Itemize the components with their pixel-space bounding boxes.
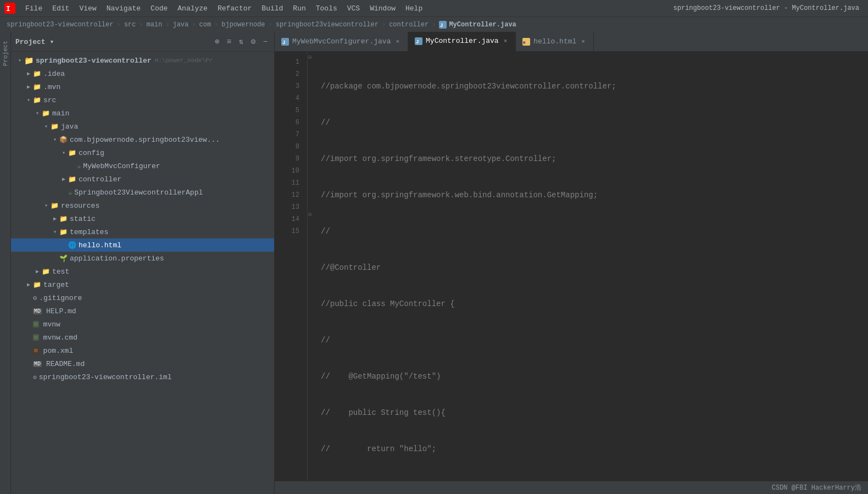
- breadcrumb-main[interactable]: main: [146, 21, 162, 29]
- tree-mvnw[interactable]: ▶ m mvnw: [11, 318, 274, 331]
- app-logo: I: [4, 3, 15, 14]
- collapse-all-icon[interactable]: ≡: [225, 37, 233, 46]
- menu-file[interactable]: File: [21, 2, 47, 15]
- svg-text:J: J: [282, 40, 285, 46]
- settings-icon[interactable]: ⚙: [249, 37, 258, 46]
- tree-idea[interactable]: ▶ 📁 .idea: [11, 67, 274, 80]
- menu-tools[interactable]: Tools: [311, 2, 342, 15]
- code-line-9: // @GetMapping("/test"): [321, 370, 859, 382]
- code-line-4: //import org.springframework.web.bind.an…: [321, 189, 859, 201]
- status-text: CSDN @FBI HackerHarry浩: [772, 483, 861, 492]
- tree-app-properties[interactable]: ▶ 🌱 application.properties: [11, 252, 274, 265]
- breadcrumb-filename: MyController.java: [449, 21, 516, 29]
- tree-readmemd[interactable]: ▶ MD README.md: [11, 357, 274, 370]
- locate-icon[interactable]: ⊕: [213, 37, 221, 46]
- line-numbers: 1 2 3 4 5 6 7 8 9 10 11 12 13 14 15: [275, 52, 308, 481]
- tree-templates[interactable]: ▾ 📁 templates: [11, 225, 274, 238]
- code-line-8: //: [321, 334, 859, 346]
- tree-src[interactable]: ▾ 📁 src: [11, 93, 274, 107]
- svg-text:J: J: [416, 40, 419, 45]
- code-line-2: //: [321, 116, 859, 129]
- code-editor[interactable]: 1 2 3 4 5 6 7 8 9 10 11 12 13 14 15 ⊖: [275, 52, 868, 481]
- tree-mvnwcmd[interactable]: ▶ m mvnw.cmd: [11, 331, 274, 344]
- panel-header: Project ▾ ⊕ ≡ ⇅ ⚙ −: [11, 32, 274, 52]
- code-line-5: //: [321, 225, 859, 237]
- code-content[interactable]: //package com.bjpowernode.springboot23vi…: [312, 52, 868, 481]
- hide-icon[interactable]: −: [261, 37, 270, 46]
- tree-target[interactable]: ▶ 📁 target: [11, 278, 274, 291]
- breadcrumb-file-item[interactable]: J MyController.java: [439, 21, 516, 29]
- tree-iml[interactable]: ▶ ⚙ springboot23-viewcontroller.iml: [11, 370, 274, 384]
- tree-java-folder[interactable]: ▾ 📁 java: [11, 120, 274, 133]
- tab-mycontroller[interactable]: J MyController.java ×: [408, 32, 516, 51]
- tree-mywebmvconfigurer[interactable]: ▶ ☕ MyWebMvcConfigurer: [11, 159, 274, 173]
- menu-code[interactable]: Code: [146, 2, 172, 15]
- tree-config[interactable]: ▾ 📁 config: [11, 146, 274, 159]
- status-bar: CSDN @FBI HackerHarry浩: [275, 481, 868, 494]
- gutter: ⊖ ⊖: [308, 52, 312, 481]
- panel-icons: ⊕ ≡ ⇅ ⚙ −: [213, 37, 270, 46]
- menu-refactor[interactable]: Refactor: [213, 2, 256, 15]
- tab-close-mywebmvconfigurer[interactable]: ×: [394, 38, 401, 46]
- tree-helpmd[interactable]: ▶ MD HELP.md: [11, 304, 274, 318]
- tree-mvn[interactable]: ▶ 📁 .mvn: [11, 80, 274, 93]
- breadcrumb-com[interactable]: com: [199, 21, 211, 29]
- breadcrumb-project[interactable]: springboot23-viewcontroller: [7, 21, 113, 29]
- breadcrumb-controller[interactable]: controller: [389, 21, 429, 29]
- tab-close-mycontroller[interactable]: ×: [502, 37, 509, 45]
- svg-text:I: I: [6, 5, 10, 13]
- tree-root[interactable]: ▾ 📁 springboot23-viewcontroller H:\power…: [11, 54, 274, 67]
- menu-bar: I File Edit View Navigate Code Analyze R…: [0, 0, 868, 16]
- code-line-3: //import org.springframework.stereotype.…: [321, 153, 859, 165]
- project-tree: ▾ 📁 springboot23-viewcontroller H:\power…: [11, 52, 274, 494]
- window-title: springboot23-viewcontroller - MyControll…: [674, 4, 864, 12]
- menu-window[interactable]: Window: [365, 2, 400, 15]
- tree-resources[interactable]: ▾ 📁 resources: [11, 199, 274, 212]
- project-panel: Project ▾ ⊕ ≡ ⇅ ⚙ − ▾ 📁 springboot23-vie…: [11, 32, 275, 494]
- tree-hello-html[interactable]: ▶ 🌐 hello.html: [11, 238, 274, 252]
- tree-app-main[interactable]: ▶ ☕ Springboot23ViewcontrollerAppl: [11, 186, 274, 199]
- tree-gitignore[interactable]: ▶ ⚙ .gitignore: [11, 291, 274, 304]
- code-line-1: //package com.bjpowernode.springboot23vi…: [321, 80, 859, 92]
- code-line-6: //@Controller: [321, 262, 859, 274]
- menu-view[interactable]: View: [75, 2, 101, 15]
- tree-static[interactable]: ▶ 📁 static: [11, 212, 274, 225]
- left-strip: Project: [0, 32, 11, 494]
- project-tab-label[interactable]: Project: [2, 41, 9, 66]
- tree-controller[interactable]: ▶ 📁 controller: [11, 173, 274, 186]
- menu-analyze[interactable]: Analyze: [173, 2, 212, 15]
- tree-pomxml[interactable]: ▶ m pom.xml: [11, 344, 274, 357]
- tree-package[interactable]: ▾ 📦 com.bjpowernode.springboot23view...: [11, 133, 274, 146]
- menu-navigate[interactable]: Navigate: [102, 2, 145, 15]
- tree-test[interactable]: ▶ 📁 test: [11, 265, 274, 278]
- menu-run[interactable]: Run: [288, 2, 310, 15]
- code-line-11: // return "hello";: [321, 443, 859, 455]
- tab-mywebmvconfigurer[interactable]: J MyWebMvcConfigurer.java ×: [275, 32, 408, 51]
- breadcrumb-src[interactable]: src: [124, 21, 136, 29]
- tree-main[interactable]: ▾ 📁 main: [11, 107, 274, 120]
- panel-title: Project ▾: [15, 37, 208, 46]
- main-layout: Project Project ▾ ⊕ ≡ ⇅ ⚙ − ▾ 📁 springbo…: [0, 32, 868, 494]
- menu-build[interactable]: Build: [257, 2, 287, 15]
- tab-hello-html[interactable]: H hello.html ×: [516, 32, 594, 51]
- tab-bar: J MyWebMvcConfigurer.java × J MyControll…: [275, 32, 868, 52]
- code-line-7: //public class MyController {: [321, 298, 859, 310]
- expand-icon[interactable]: ⇅: [237, 37, 246, 46]
- editor-area: J MyWebMvcConfigurer.java × J MyControll…: [275, 32, 868, 494]
- breadcrumb-bjpowernode[interactable]: bjpowernode: [221, 21, 265, 29]
- breadcrumb-pkg[interactable]: springboot23viewcontroller: [276, 21, 379, 29]
- menu-edit[interactable]: Edit: [48, 2, 74, 15]
- code-line-10: // public String test(){: [321, 407, 859, 419]
- svg-text:H: H: [523, 41, 525, 45]
- svg-text:J: J: [440, 23, 443, 29]
- menu-vcs[interactable]: VCS: [343, 2, 364, 15]
- menu-help[interactable]: Help: [401, 2, 427, 15]
- tab-close-hello-html[interactable]: ×: [580, 38, 587, 46]
- breadcrumb-java[interactable]: java: [173, 21, 188, 29]
- breadcrumb: springboot23-viewcontroller › src › main…: [0, 16, 868, 32]
